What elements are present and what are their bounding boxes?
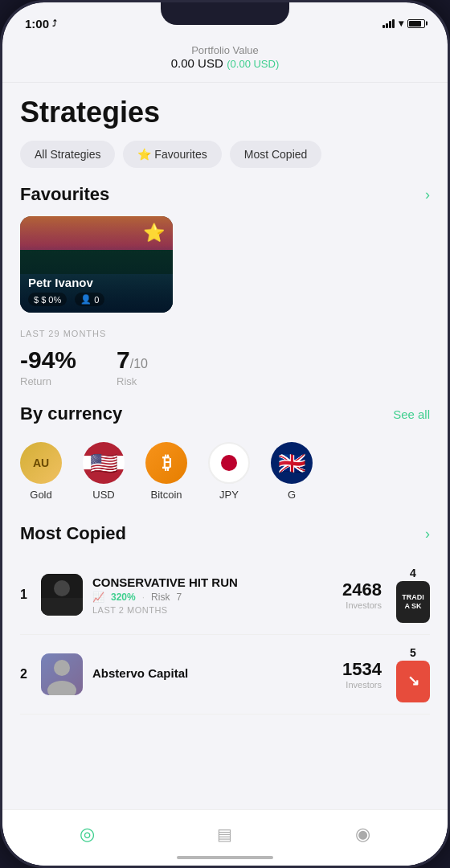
- most-copied-title: Most Copied: [20, 523, 126, 544]
- time-text: 1:00: [25, 17, 49, 31]
- main-content: Portfolio Value 0.00 USD (0.00 USD) Stra…: [2, 38, 448, 809]
- bitcoin-icon: ₿: [145, 442, 187, 484]
- currency-section: By currency See all AU Gold 🇺🇸 USD: [2, 403, 448, 523]
- home-indicator: [177, 856, 273, 859]
- currency-see-all[interactable]: See all: [393, 407, 430, 421]
- return-label: Return: [20, 375, 76, 387]
- status-time: 1:00 ⤴: [25, 17, 57, 31]
- currency-usd[interactable]: 🇺🇸 USD: [83, 442, 125, 501]
- favourites-chevron[interactable]: ›: [425, 186, 430, 203]
- name-2: Abstervo Capital: [92, 666, 333, 680]
- nav-profile[interactable]: ◉: [342, 819, 383, 850]
- metrics-section: LAST 29 MONTHS -94% Return 7/10 Risk: [2, 319, 448, 403]
- usd-flag-icon: 🇺🇸: [83, 442, 125, 484]
- currency-list: AU Gold 🇺🇸 USD ₿ Bitcoin: [20, 436, 430, 507]
- portfolio-value-row: 0.00 USD (0.00 USD): [2, 56, 448, 71]
- rank-badge-area-2: 5 ↘: [396, 646, 430, 702]
- favourite-star-icon: ⭐: [143, 223, 165, 244]
- person-icon: 👤: [80, 294, 92, 305]
- gbp-label: G: [288, 489, 296, 501]
- currency-bitcoin[interactable]: ₿ Bitcoin: [145, 442, 187, 501]
- metrics-row: -94% Return 7/10 Risk: [20, 346, 430, 387]
- favourites-title: Favourites: [20, 184, 109, 205]
- svg-point-1: [54, 580, 70, 596]
- count-2: 1534 Investors: [342, 659, 382, 690]
- location-icon: ⤴: [52, 18, 57, 28]
- avatar-1: [41, 574, 83, 616]
- filter-pills: All Strategies ⭐ Favourites Most Copied: [2, 141, 448, 184]
- currency-section-header: By currency See all: [20, 403, 430, 436]
- currency-gold[interactable]: AU Gold: [20, 442, 62, 501]
- period-label: LAST 29 MONTHS: [20, 329, 430, 338]
- avatar-1-img: [41, 574, 83, 616]
- most-copied-header: Most Copied ›: [20, 523, 430, 555]
- filter-most-copied[interactable]: Most Copied: [230, 141, 322, 168]
- currency-jpy[interactable]: JPY: [208, 442, 250, 501]
- return-1: 320%: [111, 592, 136, 603]
- investors-num-2: 1534: [342, 659, 382, 680]
- avatar-2: [41, 653, 83, 695]
- nav-portfolio[interactable]: ▤: [204, 820, 245, 849]
- favourites-section-header: Favourites ›: [2, 184, 448, 216]
- period-1: LAST 2 MONTHS: [92, 605, 333, 615]
- svg-point-5: [54, 660, 70, 676]
- avatar-2-img: [41, 653, 83, 695]
- chart-icon: 📈: [92, 592, 104, 603]
- portfolio-label: Portfolio Value: [2, 44, 448, 56]
- name-1: CONSERVATIVE HIT RUN: [92, 575, 333, 589]
- return-metric: -94% Return: [20, 346, 76, 387]
- risk-label: Risk: [117, 375, 148, 387]
- most-copied-section: Most Copied › 1: [2, 523, 448, 714]
- nav-trade[interactable]: ◎: [67, 819, 108, 850]
- copied-list: 1 CONSERVATIVE HI: [20, 555, 430, 714]
- stats-1: 📈 320% · Risk 7: [92, 592, 333, 603]
- phone-frame: 1:00 ⤴ ▾ Portfolio Value: [0, 0, 450, 868]
- most-copied-chevron[interactable]: ›: [425, 526, 430, 542]
- details-1: CONSERVATIVE HIT RUN 📈 320% · Risk 7 LAS…: [92, 575, 333, 615]
- wifi-icon: ▾: [399, 18, 403, 29]
- investors-num-1: 2468: [342, 579, 382, 600]
- notch: [161, 2, 289, 25]
- signal-icon: [382, 19, 395, 28]
- filter-favourites[interactable]: ⭐ Favourites: [123, 141, 221, 168]
- jpy-icon: [208, 442, 250, 484]
- fav-card-stats: $ $ 0% 👤 0: [28, 293, 165, 306]
- rank-num-badge: 4: [410, 567, 416, 579]
- currency-title: By currency: [20, 403, 122, 424]
- side-badge-2: ↘: [396, 661, 430, 702]
- fav-followers-stat: 👤 0: [75, 293, 104, 306]
- risk-label-1: Risk: [151, 592, 170, 603]
- bitcoin-label: Bitcoin: [150, 489, 182, 501]
- risk-metric: 7/10 Risk: [117, 346, 148, 387]
- fav-profit-stat: $ $ 0%: [28, 293, 67, 306]
- rank-2: 2: [20, 667, 31, 682]
- portfolio-header: Portfolio Value 0.00 USD (0.00 USD): [2, 38, 448, 83]
- rank-num-badge-2: 5: [410, 646, 416, 659]
- copied-item-2[interactable]: 2 Abstervo Capital 1534: [20, 635, 430, 714]
- risk-val-1: 7: [176, 592, 182, 603]
- return-value: -94%: [20, 346, 76, 374]
- trade-icon: ◎: [80, 824, 95, 845]
- page-title: Strategies: [2, 83, 448, 141]
- fav-card-name: Petr Ivanov: [28, 276, 165, 289]
- portfolio-icon: ▤: [217, 825, 232, 844]
- phone-screen: 1:00 ⤴ ▾ Portfolio Value: [2, 2, 448, 866]
- jpy-label: JPY: [219, 489, 239, 501]
- battery-icon: [407, 19, 425, 28]
- side-badge-1: TRADI A SK: [396, 581, 430, 623]
- gold-label: Gold: [30, 489, 51, 501]
- portfolio-value: 0.00 USD: [171, 56, 223, 70]
- filter-all-strategies[interactable]: All Strategies: [20, 141, 115, 168]
- rank-badge-area: 4 TRADI A SK: [396, 567, 430, 623]
- fav-card[interactable]: ⭐ Petr Ivanov $ $ 0% 👤 0: [20, 216, 173, 313]
- risk-value: 7/10: [117, 346, 148, 374]
- details-2: Abstervo Capital: [92, 666, 333, 682]
- svg-rect-3: [41, 598, 83, 616]
- gbp-icon: 🇬🇧: [271, 442, 313, 484]
- investors-label-2: Investors: [342, 680, 382, 690]
- usd-label: USD: [92, 489, 114, 501]
- count-1: 2468 Investors: [342, 579, 382, 610]
- currency-gbp[interactable]: 🇬🇧 G: [271, 442, 313, 501]
- investors-label-1: Investors: [342, 600, 382, 610]
- copied-item-1[interactable]: 1 CONSERVATIVE HI: [20, 555, 430, 635]
